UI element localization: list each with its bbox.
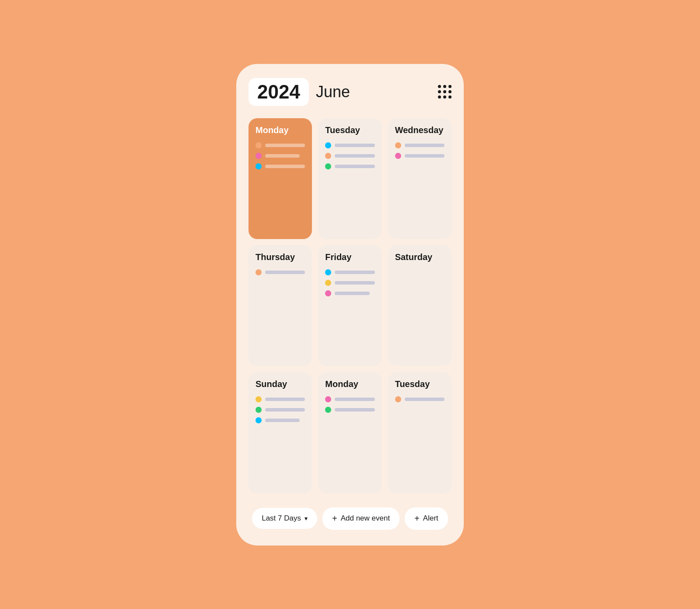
event-line: [405, 154, 444, 158]
event-dot: [325, 290, 331, 296]
event-line: [405, 144, 444, 147]
add-event-button[interactable]: + Add new event: [322, 507, 399, 530]
event-line: [265, 271, 305, 274]
day-name: Wednesday: [395, 125, 444, 135]
event-line: [335, 398, 374, 401]
event-item: [256, 163, 305, 169]
month-label: June: [316, 83, 350, 101]
event-item: [256, 417, 305, 423]
grid-dot: [443, 95, 446, 99]
event-dot: [325, 396, 331, 402]
filter-button[interactable]: Last 7 Days ▾: [252, 508, 317, 529]
chevron-down-icon: ▾: [304, 515, 308, 522]
day-name: Tuesday: [325, 125, 374, 135]
grid-dot: [438, 85, 441, 88]
event-line: [265, 408, 305, 412]
event-dot: [325, 142, 331, 148]
header-left: 2024 June: [248, 78, 350, 106]
day-card-wednesday-1[interactable]: Wednesday: [388, 118, 452, 239]
day-card-tuesday-1[interactable]: Tuesday: [318, 118, 382, 239]
day-card-monday-1[interactable]: Monday: [248, 118, 312, 239]
grid-dot: [443, 85, 446, 88]
day-name: Tuesday: [395, 379, 444, 389]
event-dot: [256, 417, 262, 423]
day-name: Monday: [256, 125, 305, 135]
event-dot: [325, 163, 331, 169]
event-line: [265, 144, 305, 147]
plus-icon: +: [332, 514, 337, 524]
event-line: [265, 398, 305, 401]
event-line: [335, 281, 374, 285]
grid-dot: [448, 95, 452, 99]
day-card-sunday-1[interactable]: Sunday: [248, 372, 312, 493]
day-card-saturday-1[interactable]: Saturday: [388, 245, 452, 366]
day-name: Sunday: [256, 379, 305, 389]
event-item: [325, 142, 374, 148]
event-item: [395, 153, 444, 159]
day-name: Monday: [325, 379, 374, 389]
day-name: Thursday: [256, 252, 305, 262]
event-line: [405, 398, 444, 401]
day-card-friday-1[interactable]: Friday: [318, 245, 382, 366]
calendar-header: 2024 June: [248, 78, 452, 106]
event-dot: [395, 153, 401, 159]
event-line: [335, 292, 369, 295]
add-event-label: Add new event: [341, 514, 390, 523]
event-dot: [256, 153, 262, 159]
filter-label: Last 7 Days: [262, 514, 301, 523]
bottom-bar: Last 7 Days ▾ + Add new event + Alert: [248, 507, 452, 530]
event-dot: [256, 269, 262, 275]
event-line: [335, 144, 374, 147]
event-dot: [256, 142, 262, 148]
event-dot: [325, 269, 331, 275]
event-dot: [256, 163, 262, 169]
event-dot: [256, 407, 262, 413]
event-line: [265, 154, 300, 158]
event-dot: [325, 153, 331, 159]
event-item: [395, 396, 444, 402]
event-dot: [325, 280, 331, 286]
year-badge: 2024: [248, 78, 309, 106]
grid-menu-icon[interactable]: [438, 85, 452, 99]
grid-dot: [448, 90, 452, 93]
event-item: [325, 153, 374, 159]
event-item: [256, 142, 305, 148]
grid-dot: [438, 90, 441, 93]
day-name: Friday: [325, 252, 374, 262]
event-line: [265, 419, 300, 422]
event-item: [325, 269, 374, 275]
day-card-tuesday-2[interactable]: Tuesday: [388, 372, 452, 493]
event-item: [325, 407, 374, 413]
event-item: [256, 153, 305, 159]
alert-label: Alert: [423, 514, 438, 523]
event-item: [395, 142, 444, 148]
day-card-thursday-1[interactable]: Thursday: [248, 245, 312, 366]
day-card-monday-2[interactable]: Monday: [318, 372, 382, 493]
day-name: Saturday: [395, 252, 444, 262]
grid-dot: [448, 85, 452, 88]
event-dot: [395, 396, 401, 402]
plus-icon: +: [414, 514, 420, 524]
event-item: [256, 269, 305, 275]
event-line: [265, 165, 305, 168]
event-dot: [395, 142, 401, 148]
grid-dot: [443, 90, 446, 93]
alert-button[interactable]: + Alert: [405, 507, 448, 530]
event-item: [325, 290, 374, 296]
event-line: [335, 271, 374, 274]
event-line: [335, 165, 374, 168]
event-item: [256, 396, 305, 402]
event-item: [256, 407, 305, 413]
event-item: [325, 163, 374, 169]
event-item: [325, 396, 374, 402]
event-line: [335, 408, 374, 412]
grid-dot: [438, 95, 441, 99]
event-line: [335, 154, 374, 158]
event-dot: [256, 396, 262, 402]
event-dot: [325, 407, 331, 413]
event-item: [325, 280, 374, 286]
calendar-grid: MondayTuesdayWednesdayThursdayFridaySatu…: [248, 118, 452, 493]
phone-container: 2024 June MondayTuesdayWednesdayThursday…: [236, 64, 464, 546]
